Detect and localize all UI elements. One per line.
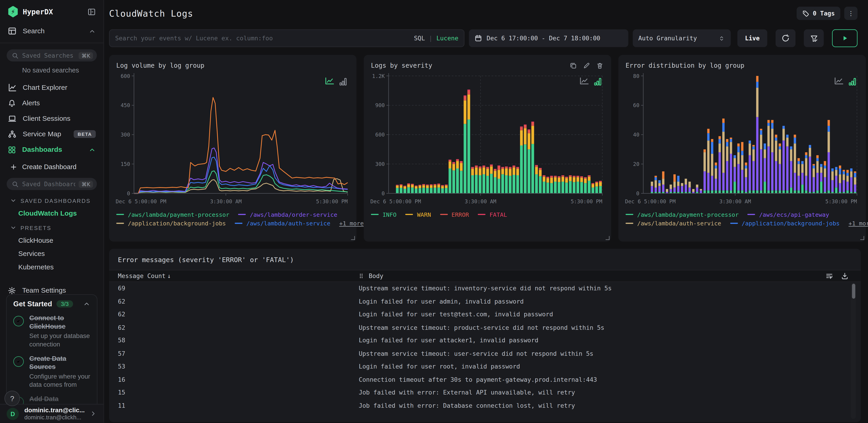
legend-item[interactable]: /aws/lambda/payment-processor [116,211,229,218]
edit-chart-icon[interactable] [583,62,590,69]
table-row[interactable]: 57Upstream service timeout: user-service… [109,347,861,360]
download-icon[interactable] [841,272,849,280]
column-header-message-count[interactable]: Message Count ↓ [109,272,359,280]
lucene-toggle[interactable]: Lucene [436,35,458,42]
refresh-button[interactable] [776,29,796,47]
line-chart-toggle-icon[interactable] [325,77,334,86]
legend-more-link[interactable]: +1 more [848,220,868,227]
table-row[interactable]: 62Login failed for user test@test.com, i… [109,308,861,321]
collapse-sidebar-icon[interactable] [87,7,96,16]
sidebar-item-chart-explorer[interactable]: Chart Explorer [0,80,103,95]
chart-plot[interactable]: 0150300450600Dec 6 5:00:00 PM3:30:00 AM5… [116,70,350,209]
dashboard-menu-button[interactable]: ⋮ [844,7,858,20]
chevron-up-icon[interactable] [83,301,90,308]
legend-item[interactable]: /application/background-jobs [730,220,840,227]
bar-chart-toggle-icon[interactable] [339,78,347,86]
table-row[interactable]: 15Job failed with error: External API un… [109,386,861,399]
table-row[interactable]: 53Login failed for user root, invalid pa… [109,360,861,373]
table-row[interactable]: 16Connection timeout after 30s to paymen… [109,373,861,386]
legend-item[interactable]: /application/background-jobs [116,220,226,227]
table-row[interactable]: 62Upstream service timeout: product-serv… [109,321,861,334]
get-started-progress-badge: 3/3 [57,301,73,308]
legend-item[interactable]: FATAL [478,211,507,218]
table-row[interactable]: 58Login failed for user attacker1, inval… [109,334,861,347]
legend-item[interactable]: /aws/lambda/auth-service [235,220,331,227]
legend-item[interactable]: /aws/lambda/payment-processor [625,211,739,218]
line-chart-toggle-icon[interactable] [580,77,589,86]
granularity-select[interactable]: Auto Granularity [633,29,731,47]
run-query-button[interactable] [832,29,858,47]
sidebar-item-search[interactable]: Search [0,23,103,39]
resize-handle[interactable] [606,236,610,240]
legend-item[interactable]: WARN [405,211,431,218]
help-button[interactable]: ? [4,391,20,406]
play-icon [841,34,849,42]
preset-link-services[interactable]: Services [18,250,103,257]
live-button[interactable]: Live [737,29,767,47]
saved-dashboards-header[interactable]: SAVED DASHBOARDS [10,197,103,204]
delete-chart-icon[interactable] [596,62,603,69]
legend-label: WARN [417,211,431,218]
legend-dash-icon [625,214,633,215]
scrollbar-thumb[interactable] [851,284,855,299]
tags-button[interactable]: 0 Tags [797,7,840,20]
table-scrollbar[interactable] [851,283,856,419]
date-range-picker[interactable]: Dec 6 17:00:00 - Dec 7 18:00:00 [469,29,628,47]
resize-handle[interactable] [860,236,864,240]
svg-text:0: 0 [636,191,640,196]
legend-label: /aws/lambda/auth-service [637,220,721,227]
preset-link-kubernetes[interactable]: Kubernetes [18,263,103,271]
sidebar-item-label: Chart Explorer [23,84,67,91]
table-row[interactable]: 11Job failed with error: Database connec… [109,399,861,412]
svg-text:1.2K: 1.2K [372,73,385,79]
create-dashboard-button[interactable]: Create Dashboard [0,160,103,174]
chart-plot[interactable]: 03006009001.2KDec 6 5:00:00 PM3:30:00 AM… [370,70,605,209]
resize-handle[interactable] [351,236,355,240]
get-started-item[interactable]: Create Data SourcesConfigure where your … [13,355,90,389]
get-started-header[interactable]: Get Started 3/3 [13,300,90,308]
presets-header[interactable]: PRESETS [10,225,103,231]
filter-button[interactable] [804,29,824,47]
get-started-item[interactable]: Connect to ClickHouseSet up your databas… [13,314,90,348]
team-settings-label: Team Settings [22,286,66,294]
sidebar-item-dashboards[interactable]: Dashboards [0,142,103,157]
svg-text:0: 0 [382,191,385,196]
legend-dash-icon [748,214,755,215]
logo-row: ⚡ HyperDX [0,0,103,23]
sidebar-item-client-sessions[interactable]: Client Sessions [0,111,103,126]
saved-searches-input[interactable]: Saved Searches ⌘K [7,49,97,61]
wrap-text-icon[interactable] [826,272,833,280]
column-header-body[interactable]: Body [359,272,861,280]
table-row[interactable]: 62Login failed for user admin, invalid p… [109,295,861,308]
table-row[interactable]: 69Upstream service timeout: inventory-se… [109,282,861,295]
no-saved-searches-text: No saved searches [22,66,103,74]
svg-text:3:30:00 AM: 3:30:00 AM [719,198,751,204]
chevron-up-icon[interactable] [89,27,96,35]
legend-item[interactable]: INFO [371,211,397,218]
saved-dashboard-link[interactable]: CloudWatch Logs [18,209,103,217]
sidebar-item-service-map[interactable]: Service MapBETA [0,126,103,142]
svg-text:Dec 6 5:00:00 PM: Dec 6 5:00:00 PM [625,198,676,204]
legend-item[interactable]: /aws/lambda/auth-service [625,220,721,227]
legend-more-link[interactable]: +1 more [339,220,364,227]
user-menu[interactable]: D dominic.tran@clic... dominic.tran@clic… [0,404,103,423]
chart-plot[interactable]: 020406080Dec 6 5:00:00 PM3:30:00 AM5:30:… [625,70,860,209]
chev-up-icon [89,146,96,153]
duplicate-chart-icon[interactable] [570,62,577,69]
sql-toggle[interactable]: SQL [414,35,425,42]
sidebar-item-alerts[interactable]: Alerts [0,95,103,111]
legend-item[interactable]: ERROR [440,211,469,218]
bar-chart-toggle-icon[interactable] [594,78,602,86]
bell-icon [8,99,16,107]
bar-chart-toggle-icon[interactable] [849,78,857,86]
event-search-input[interactable]: Search your events w/ Lucene ex. column:… [109,29,465,47]
drag-handle-icon[interactable] [359,272,364,280]
line-chart-toggle-icon[interactable] [834,77,844,86]
legend-item[interactable]: /aws/lambda/order-service [238,211,337,218]
check-circle-icon [13,356,24,367]
get-started-item-desc: Set up your database connection [29,332,90,348]
legend-label: /application/background-jobs [128,220,226,227]
preset-link-clickhouse[interactable]: ClickHouse [18,236,103,244]
saved-dashboards-input[interactable]: Saved Dashboards ⌘K [7,178,97,190]
legend-item[interactable]: /aws/ecs/api-gateway [748,211,829,218]
